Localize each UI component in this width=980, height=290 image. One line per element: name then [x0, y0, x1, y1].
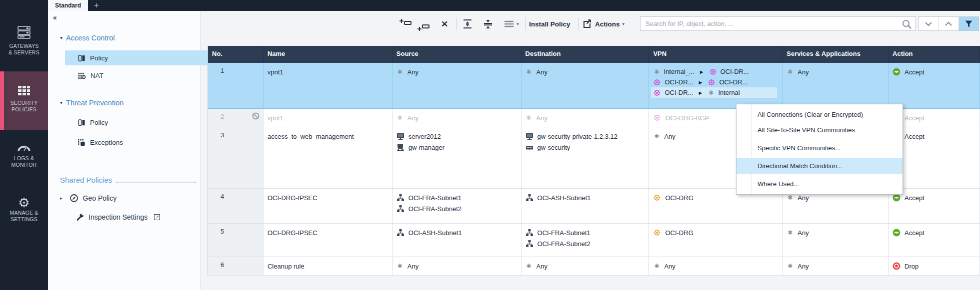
source-cell[interactable]: server2012gw-manager: [392, 127, 522, 188]
object-entry[interactable]: ✱Any: [526, 112, 646, 123]
action-entry[interactable]: Accept: [892, 192, 976, 203]
action-entry[interactable]: Accept: [892, 66, 976, 77]
object-entry[interactable]: OCI-ASH-Subnet1: [526, 192, 646, 203]
vpn-cell[interactable]: ✱Internal_...►OCI-DR...OCI-DR...►OCI-DR.…: [649, 63, 782, 108]
install-policy-button[interactable]: Install Policy: [529, 18, 570, 30]
rule-row-6[interactable]: 6Cleanup rule✱Any✱Any✱Any✱AnyDrop: [208, 257, 980, 276]
object-entry[interactable]: gw-security: [526, 142, 646, 153]
column-header-source[interactable]: Source: [392, 46, 522, 63]
tab-standard[interactable]: Standard: [48, 0, 88, 11]
object-entry[interactable]: ✱Any: [396, 66, 518, 77]
tree-group-threat-prevention[interactable]: ▾Threat Prevention: [60, 99, 124, 107]
search-input[interactable]: [640, 17, 916, 30]
object-entry[interactable]: ✱Any: [396, 261, 518, 272]
menu-item-specific-vpn-communities[interactable]: Specific VPN Communities...: [736, 140, 902, 156]
source-cell[interactable]: ✱Any: [392, 109, 522, 127]
rule-number-cell[interactable]: 4: [208, 189, 264, 223]
destination-cell[interactable]: OCI-FRA-Subnet1OCI-FRA-Subnet2: [522, 224, 650, 257]
new-tab-button[interactable]: +: [88, 0, 105, 11]
object-entry[interactable]: OCI-FRA-Subnet2: [396, 203, 518, 214]
column-header-no-[interactable]: No.: [208, 46, 264, 63]
column-header-vpn[interactable]: VPN: [649, 46, 782, 63]
object-entry[interactable]: gw-manager: [396, 142, 518, 153]
tree-item-nat[interactable]: NAT: [78, 68, 104, 83]
action-cell[interactable]: Accept: [888, 224, 980, 257]
name-cell[interactable]: OCI-DRG-IPSEC: [264, 189, 392, 223]
destination-cell[interactable]: OCI-ASH-Subnet1: [522, 189, 650, 223]
column-header-action[interactable]: Action: [888, 46, 980, 63]
rule-number-cell[interactable]: 3: [208, 127, 264, 188]
action-cell[interactable]: Drop: [888, 257, 980, 275]
menu-item-where-used[interactable]: Where Used...: [736, 176, 902, 192]
action-entry[interactable]: Accept: [892, 112, 976, 123]
sidebar-item-manage-settings[interactable]: ⚙ MANAGE & SETTINGS: [0, 196, 48, 223]
object-entry[interactable]: ✱Any: [786, 227, 885, 238]
find-next-button[interactable]: [918, 17, 938, 30]
menu-item-directional-match-condition[interactable]: Directional Match Condition...: [736, 158, 902, 174]
collapse-rows-button[interactable]: [482, 18, 494, 30]
action-cell[interactable]: Accept: [888, 63, 980, 108]
services-cell[interactable]: ✱Any: [782, 224, 888, 257]
sidebar-item-gateways-servers[interactable]: GATEWAYS & SERVERS: [0, 25, 48, 56]
destination-cell[interactable]: gw-security-private-1.2.3.12gw-security: [522, 127, 650, 188]
vpn-directional-entry[interactable]: ✱Internal_...►OCI-DR...: [651, 66, 779, 77]
source-cell[interactable]: ✱Any: [392, 63, 522, 108]
rule-number-cell[interactable]: 2: [208, 109, 264, 127]
object-entry[interactable]: ✱Any: [786, 261, 885, 272]
source-cell[interactable]: OCI-ASH-Subnet1: [392, 224, 522, 257]
add-rule-below-button[interactable]: [416, 20, 430, 33]
source-cell[interactable]: OCI-FRA-Subnet1OCI-FRA-Subnet2: [392, 189, 522, 223]
column-header-name[interactable]: Name: [264, 46, 392, 63]
destination-cell[interactable]: ✱Any: [522, 109, 650, 127]
find-previous-button[interactable]: [938, 17, 958, 30]
name-cell[interactable]: vpnt1: [264, 63, 392, 108]
object-entry[interactable]: OCI-FRA-Subnet1: [396, 192, 518, 203]
name-cell[interactable]: access_to_web_management: [264, 127, 392, 188]
sidebar-item-security-policies[interactable]: SECURITY POLICIES: [0, 71, 48, 130]
search-icon[interactable]: [902, 19, 912, 30]
tree-item-access-policy[interactable]: Policy: [65, 50, 208, 65]
sidebar-item-logs-monitor[interactable]: LOGS & MONITOR: [0, 141, 48, 168]
name-cell[interactable]: OCI-DRG-IPSEC: [264, 224, 392, 257]
column-header-services-applications[interactable]: Services & Applications: [782, 46, 888, 63]
rule-row-5[interactable]: 5OCI-DRG-IPSECOCI-ASH-Subnet1OCI-FRA-Sub…: [208, 224, 980, 257]
rule-number-cell[interactable]: 1: [208, 63, 264, 108]
name-cell[interactable]: Cleanup rule: [264, 257, 392, 275]
object-entry[interactable]: ✱Any: [653, 261, 779, 272]
tree-item-threat-policy[interactable]: Policy: [78, 115, 108, 130]
object-entry[interactable]: OCI-FRA-Subnet2: [526, 238, 646, 249]
action-entry[interactable]: Accept: [892, 227, 976, 238]
delete-rule-button[interactable]: ✕: [438, 18, 451, 30]
filter-button[interactable]: [959, 17, 978, 30]
tree-group-access-control[interactable]: ▾Access Control: [60, 34, 115, 42]
actions-button[interactable]: Actions ▾: [582, 18, 624, 30]
menu-item-all-connections-clear-or-encrypted[interactable]: All Connections (Clear or Encrypted): [736, 107, 902, 122]
name-cell[interactable]: vpnt1: [264, 109, 392, 127]
object-entry[interactable]: OCI-DRG: [653, 227, 779, 238]
vpn-cell[interactable]: OCI-DRG: [649, 224, 782, 257]
tree-item-geo-policy[interactable]: ▸ Geo Policy: [60, 191, 116, 206]
object-entry[interactable]: OCI-ASH-Subnet1: [396, 227, 518, 238]
source-cell[interactable]: ✱Any: [392, 257, 522, 275]
services-cell[interactable]: ✱Any: [782, 63, 888, 108]
rule-row-1[interactable]: 1vpnt1✱Any✱Any✱Internal_...►OCI-DR...OCI…: [208, 63, 980, 109]
object-entry[interactable]: ✱Any: [526, 66, 646, 77]
object-entry[interactable]: OCI-FRA-Subnet1: [526, 227, 646, 238]
view-options-button[interactable]: ▾: [502, 18, 522, 30]
destination-cell[interactable]: ✱Any: [522, 63, 650, 108]
chevron-right-icon[interactable]: ▸: [60, 196, 62, 201]
tree-item-exceptions[interactable]: Exceptions: [78, 135, 123, 150]
object-entry[interactable]: gw-security-private-1.2.3.12: [526, 131, 646, 142]
column-header-destination[interactable]: Destination: [522, 46, 650, 63]
rule-number-cell[interactable]: 5: [208, 224, 264, 257]
tree-item-inspection-settings[interactable]: Inspection Settings ↗: [76, 210, 160, 225]
action-entry[interactable]: Accept: [892, 131, 976, 142]
vpn-directional-entry[interactable]: OCI-DR...►✱Internal: [651, 87, 777, 98]
rule-number-cell[interactable]: 6: [208, 257, 264, 275]
object-entry[interactable]: ✱Any: [786, 66, 885, 77]
action-entry[interactable]: Drop: [892, 261, 976, 272]
collapse-panel-button[interactable]: «: [53, 13, 57, 21]
vpn-directional-entry[interactable]: OCI-DR...►OCI-DR...: [651, 77, 779, 87]
menu-item-all-site-to-site-vpn-communities[interactable]: All Site-To-Site VPN Communities: [736, 122, 902, 138]
expand-rows-button[interactable]: [461, 18, 474, 30]
